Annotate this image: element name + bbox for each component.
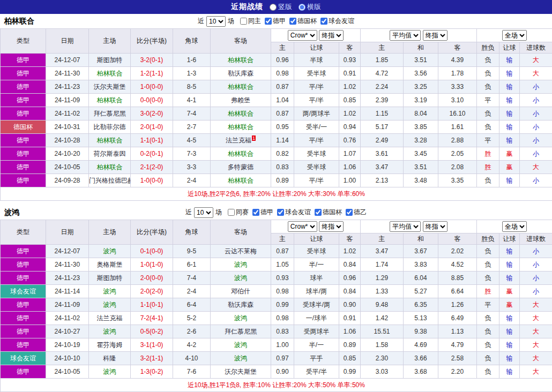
away-team-link[interactable]: 勒沃库森 xyxy=(211,298,271,312)
home-team-link[interactable]: 波鸿 xyxy=(89,365,131,379)
away-team-link[interactable]: 波鸿 xyxy=(211,272,271,285)
away-team-link[interactable]: 邓伯什 xyxy=(211,285,271,298)
average-select[interactable]: 平均值 xyxy=(390,221,421,232)
score-link[interactable]: 1-0(0-0) xyxy=(131,174,173,187)
away-team-link[interactable]: 柏林联合 xyxy=(211,147,271,161)
away-team-link[interactable]: 拜仁慕尼黑 xyxy=(211,325,271,338)
checkbox-德国杯[interactable] xyxy=(289,18,296,25)
home-team-link[interactable]: 波鸿 xyxy=(89,298,131,312)
score-link[interactable]: 0-0(0-0) xyxy=(131,94,173,107)
home-team-link[interactable]: 拜仁慕尼黑 xyxy=(89,107,131,120)
away-team-link[interactable]: 沃尔夫斯堡 xyxy=(211,365,271,379)
checkbox-同赛[interactable] xyxy=(228,209,235,216)
home-team-link[interactable]: 波鸿 xyxy=(89,245,131,258)
col-header-goals: 进球数 xyxy=(520,42,552,54)
away-team-link[interactable]: 柏林联合 xyxy=(211,120,271,134)
away-team-link[interactable]: 柏林联合 xyxy=(211,80,271,94)
home-team-link[interactable]: 斯图加特 xyxy=(89,54,131,67)
full-match-select[interactable]: 全场 xyxy=(502,221,527,232)
filter-checkbox-德甲[interactable]: 德甲 xyxy=(249,208,273,217)
away-team-link[interactable]: 波鸿 xyxy=(211,352,271,365)
away-team-link[interactable]: 柏林联合 xyxy=(211,54,271,67)
score-link[interactable]: 2-0(1-0) xyxy=(131,120,173,134)
checkbox-球会友谊[interactable] xyxy=(277,209,284,216)
checkbox-德国杯[interactable] xyxy=(315,209,322,216)
odds-time-select[interactable]: 终指 xyxy=(319,221,344,232)
filter-checkbox-德乙[interactable]: 德乙 xyxy=(342,208,367,217)
away-team-link[interactable]: 波鸿 xyxy=(211,312,271,325)
home-team-link[interactable]: 法兰克福 xyxy=(89,312,131,325)
match-count-select[interactable]: 10 xyxy=(194,207,213,218)
home-team-link[interactable]: 比勒菲尔德 xyxy=(89,120,131,134)
checkbox-同主[interactable] xyxy=(240,18,247,25)
filter-checkbox-同赛[interactable]: 同赛 xyxy=(224,208,249,217)
odds-time-select[interactable]: 终指 xyxy=(319,30,344,41)
away-team-link[interactable]: 弗赖堡 xyxy=(211,94,271,107)
home-team-link[interactable]: 奥格斯堡 xyxy=(89,258,131,272)
away-team-link[interactable]: 多特蒙德 xyxy=(211,161,271,174)
home-team-link[interactable]: 斯图加特 xyxy=(89,272,131,285)
score-link[interactable]: 3-2(1-1) xyxy=(131,352,173,365)
score-link[interactable]: 3-0(2-0) xyxy=(131,107,173,120)
score-link[interactable]: 3-1(1-0) xyxy=(131,338,173,352)
away-team-link[interactable]: 波鸿 xyxy=(211,258,271,272)
score-link[interactable]: 1-0(1-0) xyxy=(131,258,173,272)
home-team-link[interactable]: 柏林联合 xyxy=(89,134,131,147)
score-link[interactable]: 3-2(0-1) xyxy=(131,54,173,67)
score-link[interactable]: 7-2(4-1) xyxy=(131,312,173,325)
score-link[interactable]: 0-2(0-1) xyxy=(131,147,173,161)
score-link[interactable]: 1-2(1-1) xyxy=(131,67,173,80)
home-team-link[interactable]: 荷尔斯泰因 xyxy=(89,147,131,161)
average-select[interactable]: 平均值 xyxy=(390,30,421,41)
bookmaker-select[interactable]: Crow* xyxy=(288,221,317,232)
filter-checkbox-球会友谊[interactable]: 球会友谊 xyxy=(317,17,354,26)
score-link[interactable]: 1-1(0-1) xyxy=(131,298,173,312)
home-team-link[interactable]: 柏林联合 xyxy=(89,161,131,174)
avg-draw-odds: 3.48 xyxy=(404,174,438,187)
checkbox-label: 德乙 xyxy=(354,208,367,217)
full-match-select[interactable]: 全场 xyxy=(502,30,527,41)
avg-time-select[interactable]: 终指 xyxy=(423,30,447,41)
checkbox-德乙[interactable] xyxy=(346,209,353,216)
home-team-link[interactable]: 柏林联合 xyxy=(89,67,131,80)
filter-checkbox-德甲[interactable]: 德甲 xyxy=(261,17,286,26)
handicap-result: 输 xyxy=(499,134,520,147)
bookmaker-select[interactable]: Crow* xyxy=(288,30,317,41)
away-team-link[interactable]: 柏林联合 xyxy=(211,107,271,120)
home-team-link[interactable]: 柏林联合 xyxy=(89,94,131,107)
score-link[interactable]: 1-1(0-1) xyxy=(131,134,173,147)
filter-checkbox-球会友谊[interactable]: 球会友谊 xyxy=(273,208,311,217)
home-team-link[interactable]: 门兴格拉德巴赫 xyxy=(89,174,131,187)
home-team-link[interactable]: 科隆 xyxy=(89,352,131,365)
away-team-link[interactable]: 法兰克福1 xyxy=(211,134,271,147)
away-team-link[interactable]: 波鸿 xyxy=(211,338,271,352)
handicap-line: 半/一 xyxy=(294,258,339,272)
away-team-link[interactable]: 柏林联合 xyxy=(211,174,271,187)
home-team-link[interactable]: 波鸿 xyxy=(89,285,131,298)
score-link[interactable]: 1-0(0-0) xyxy=(131,80,173,94)
score-link[interactable]: 0-1(0-0) xyxy=(131,245,173,258)
away-team-link[interactable]: 勒沃库森 xyxy=(211,67,271,80)
score-link[interactable]: 2-0(0-0) xyxy=(131,272,173,285)
view-option-vertical[interactable]: 竖版 xyxy=(270,2,292,12)
view-option-horizontal[interactable]: 横版 xyxy=(299,2,321,12)
avg-time-select[interactable]: 终指 xyxy=(423,221,447,232)
match-count-select[interactable]: 10 xyxy=(206,16,226,27)
vertical-radio[interactable] xyxy=(270,4,277,11)
home-team-link[interactable]: 霍芬海姆 xyxy=(89,338,131,352)
away-team-link[interactable]: 云达不莱梅 xyxy=(211,245,271,258)
filter-checkbox-德国杯[interactable]: 德国杯 xyxy=(286,17,317,26)
horizontal-radio[interactable] xyxy=(299,4,305,11)
home-team-link[interactable]: 沃尔夫斯堡 xyxy=(89,80,131,94)
home-team-link[interactable]: 波鸿 xyxy=(89,325,131,338)
checkbox-德甲[interactable] xyxy=(252,209,259,216)
checkbox-德甲[interactable] xyxy=(265,18,272,25)
checkbox-球会友谊[interactable] xyxy=(320,18,327,25)
filter-checkbox-同主[interactable]: 同主 xyxy=(236,17,261,26)
score-link[interactable]: 2-1(2-0) xyxy=(131,161,173,174)
score-link[interactable]: 0-5(0-2) xyxy=(131,325,173,338)
filter-checkbox-德国杯[interactable]: 德国杯 xyxy=(311,208,342,217)
score-link[interactable]: 1-3(0-2) xyxy=(131,365,173,379)
score-link[interactable]: 2-0(2-0) xyxy=(131,285,173,298)
handicap-line: 平/半 xyxy=(294,80,339,94)
